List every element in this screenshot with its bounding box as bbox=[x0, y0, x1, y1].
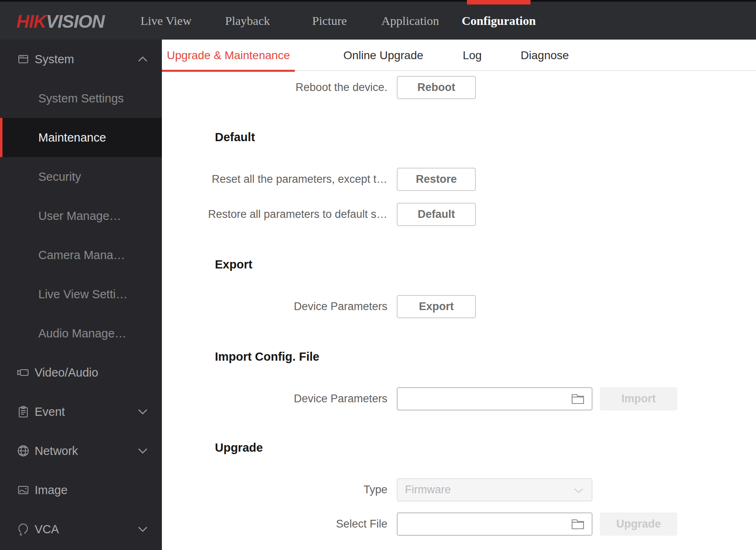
tab-log[interactable]: Log bbox=[463, 40, 482, 71]
sidebar-item-security[interactable]: Security bbox=[0, 157, 162, 196]
export-button[interactable]: Export bbox=[397, 295, 476, 318]
sidebar: System System Settings Maintenance Secur… bbox=[0, 40, 162, 550]
tab-label: Online Upgrade bbox=[343, 49, 423, 62]
select-file-label: Select File bbox=[162, 512, 387, 536]
tab-label: Upgrade & Maintenance bbox=[167, 49, 290, 62]
default-row: Restore all parameters to default s… Def… bbox=[162, 203, 756, 226]
tab-upgrade-maintenance[interactable]: Upgrade & Maintenance bbox=[162, 40, 295, 71]
main-content: Upgrade & Maintenance Online Upgrade Log… bbox=[162, 40, 756, 550]
select-file-row: Select File Upgrade bbox=[162, 512, 756, 536]
sidebar-item-network[interactable]: Network bbox=[0, 431, 162, 470]
sidebar-item-live-view-settings[interactable]: Live View Setti… bbox=[0, 275, 162, 314]
browse-folder-icon[interactable] bbox=[570, 392, 586, 406]
upgrade-button[interactable]: Upgrade bbox=[600, 512, 677, 536]
chevron-down-icon bbox=[137, 408, 148, 415]
sidebar-item-label: VCA bbox=[35, 523, 59, 536]
chevron-down-icon bbox=[574, 488, 584, 494]
globe-icon bbox=[16, 444, 31, 458]
restore-row: Reset all the parameters, except t… Rest… bbox=[162, 168, 756, 191]
tab-diagnose[interactable]: Diagnose bbox=[521, 40, 569, 71]
sidebar-item-label: User Manage… bbox=[38, 209, 121, 223]
export-device-parameters-label: Device Parameters bbox=[162, 295, 387, 318]
clipboard-icon bbox=[16, 404, 31, 419]
sidebar-item-label: Maintenance bbox=[38, 131, 106, 144]
browse-folder-icon[interactable] bbox=[570, 517, 586, 531]
active-tab-underline bbox=[162, 70, 295, 72]
export-section-title: Export bbox=[215, 258, 252, 271]
sidebar-item-label: Event bbox=[35, 405, 65, 419]
sidebar-item-label: Live View Setti… bbox=[38, 288, 128, 301]
reboot-button[interactable]: Reboot bbox=[397, 76, 476, 99]
tab-bar: Upgrade & Maintenance Online Upgrade Log… bbox=[162, 40, 756, 71]
hikvision-config-page: HIKVISION Live View Playback Picture App… bbox=[0, 0, 756, 550]
upgrade-type-row: Type Firmware bbox=[162, 478, 756, 501]
sidebar-item-camera-management[interactable]: Camera Mana… bbox=[0, 235, 162, 275]
import-device-parameters-label: Device Parameters bbox=[162, 387, 387, 410]
system-window-icon bbox=[16, 52, 31, 67]
sidebar-item-label: Audio Manage… bbox=[38, 327, 126, 340]
chevron-up-icon bbox=[137, 56, 148, 62]
sidebar-item-label: System bbox=[35, 53, 74, 66]
upgrade-section-title: Upgrade bbox=[215, 441, 263, 455]
restore-button[interactable]: Restore bbox=[397, 168, 476, 191]
export-row: Device Parameters Export bbox=[162, 295, 756, 318]
import-button[interactable]: Import bbox=[600, 387, 677, 410]
top-bar: HIKVISION Live View Playback Picture App… bbox=[0, 0, 756, 40]
nav-playback[interactable]: Playback bbox=[225, 2, 270, 40]
sidebar-item-vca[interactable]: VCA bbox=[0, 510, 162, 549]
active-nav-indicator bbox=[467, 0, 531, 4]
sidebar-item-maintenance[interactable]: Maintenance bbox=[0, 118, 162, 157]
nav-picture[interactable]: Picture bbox=[312, 2, 347, 40]
sidebar-item-image[interactable]: Image bbox=[0, 470, 162, 510]
chevron-down-icon bbox=[137, 526, 148, 532]
chevron-down-icon bbox=[137, 448, 148, 454]
sidebar-item-video-audio[interactable]: Video/Audio bbox=[0, 353, 162, 392]
sidebar-item-system-settings[interactable]: System Settings bbox=[0, 79, 162, 118]
hikvision-logo: HIKVISION bbox=[16, 11, 104, 32]
sidebar-item-label: Video/Audio bbox=[35, 366, 98, 379]
restore-label: Reset all the parameters, except t… bbox=[162, 168, 387, 191]
import-section-title: Import Config. File bbox=[215, 350, 319, 364]
type-label: Type bbox=[162, 478, 387, 501]
logo-hik: HIK bbox=[16, 11, 46, 31]
nav-configuration[interactable]: Configuration bbox=[462, 2, 536, 40]
import-row: Device Parameters Import bbox=[162, 387, 756, 410]
firmware-type-select[interactable]: Firmware bbox=[397, 478, 592, 501]
default-section-title: Default bbox=[215, 131, 255, 144]
firmware-type-value: Firmware bbox=[405, 483, 451, 496]
default-label: Restore all parameters to default s… bbox=[162, 203, 387, 226]
reboot-row: Reboot the device. Reboot bbox=[162, 76, 756, 99]
logo-vision: VISION bbox=[46, 11, 104, 31]
sidebar-item-label: Image bbox=[35, 483, 68, 497]
default-button[interactable]: Default bbox=[397, 203, 476, 226]
import-file-path-input[interactable] bbox=[397, 387, 592, 410]
tab-label: Log bbox=[463, 49, 482, 62]
sidebar-item-label: System Settings bbox=[38, 92, 124, 105]
nav-application[interactable]: Application bbox=[381, 2, 439, 40]
video-camera-icon bbox=[16, 365, 31, 380]
tab-label: Diagnose bbox=[521, 49, 569, 62]
sidebar-item-audio-management[interactable]: Audio Manage… bbox=[0, 314, 162, 353]
sidebar-item-system[interactable]: System bbox=[0, 40, 162, 79]
reboot-label: Reboot the device. bbox=[162, 76, 387, 99]
sidebar-item-label: Camera Mana… bbox=[38, 248, 125, 262]
upgrade-file-path-input[interactable] bbox=[397, 512, 592, 536]
tab-online-upgrade[interactable]: Online Upgrade bbox=[343, 40, 423, 71]
sidebar-item-event[interactable]: Event bbox=[0, 392, 162, 431]
nav-live-view[interactable]: Live View bbox=[140, 2, 191, 40]
sidebar-item-label: Network bbox=[35, 444, 78, 458]
image-icon bbox=[16, 483, 31, 497]
sidebar-item-user-management[interactable]: User Manage… bbox=[0, 196, 162, 235]
vca-head-icon bbox=[16, 522, 31, 537]
sidebar-item-label: Security bbox=[38, 170, 81, 184]
